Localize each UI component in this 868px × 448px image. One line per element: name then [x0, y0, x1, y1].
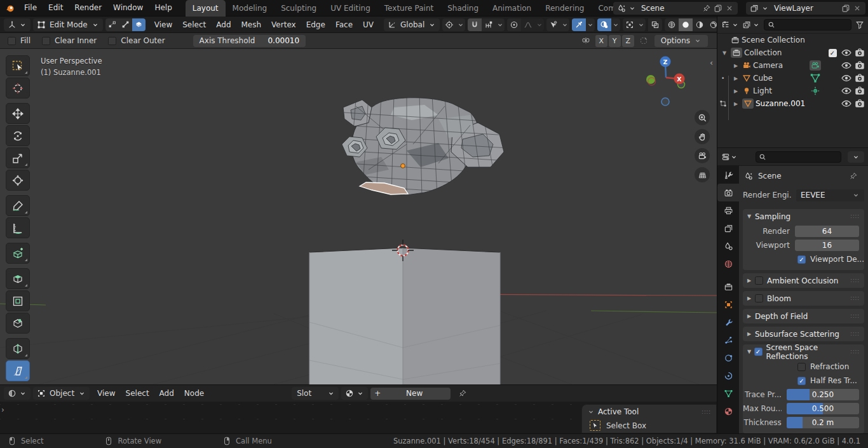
solid-shading-icon[interactable]: [679, 18, 693, 31]
max-rou--slider[interactable]: 0.500: [787, 403, 859, 414]
mode-dropdown[interactable]: Edit Mode: [33, 18, 103, 31]
panel-header-ambient-occlusion[interactable]: ▶ Ambient Occlusion ::::: [743, 273, 864, 288]
proportional-edit-icon[interactable]: [507, 18, 521, 31]
eye-icon[interactable]: [841, 60, 852, 71]
checkbox-unchecked[interactable]: [755, 276, 763, 285]
wireframe-shading-icon[interactable]: [665, 18, 679, 31]
workspace-tab-rendering[interactable]: Rendering: [538, 0, 591, 17]
face-select-icon[interactable]: [132, 18, 146, 31]
chevron-down-icon[interactable]: [752, 21, 760, 29]
eye-icon[interactable]: [841, 73, 852, 83]
scene-selector[interactable]: Scene: [613, 2, 738, 15]
tool-bisect[interactable]: [6, 360, 30, 381]
tool-move[interactable]: [6, 103, 30, 124]
properties-tab-modifiers[interactable]: [717, 313, 739, 331]
ortho-toggle-button[interactable]: [695, 167, 710, 182]
camera-icon[interactable]: [742, 61, 751, 70]
active-tool-row[interactable]: Select Box: [582, 419, 716, 431]
mesh-data-icon[interactable]: [810, 73, 821, 83]
workspace-tab-layout[interactable]: Layout: [186, 0, 226, 17]
menu-render[interactable]: Render: [69, 0, 107, 16]
tool-scale[interactable]: [6, 147, 30, 168]
expand-panel-icon[interactable]: ›: [1, 405, 4, 414]
tool-annotate[interactable]: [6, 195, 30, 216]
panel-grip[interactable]: ::::: [850, 349, 860, 355]
properties-tab-collection[interactable]: [717, 278, 739, 295]
properties-search-input[interactable]: [756, 151, 841, 163]
falloff-icon[interactable]: [521, 18, 535, 31]
camera-visibility-icon[interactable]: [854, 73, 865, 83]
new-material-button[interactable]: + New: [370, 388, 451, 400]
xray-toggle[interactable]: [648, 18, 662, 31]
checkbox-checked[interactable]: ✓: [754, 348, 763, 356]
magnet-icon[interactable]: [468, 18, 482, 31]
sampling-panel-header[interactable]: ▼ Sampling ::::: [743, 209, 864, 224]
filter-funnel-icon[interactable]: [855, 20, 864, 29]
outliner-row-suzanne-001[interactable]: ▶ Suzanne.001: [717, 97, 868, 110]
material-preview-icon[interactable]: [693, 18, 707, 31]
slot-dropdown[interactable]: Slot: [292, 387, 339, 400]
checkbox-checked[interactable]: ✓: [797, 255, 806, 264]
tool-extrude[interactable]: [6, 268, 30, 289]
display-mode-icon[interactable]: [721, 20, 730, 29]
tool-transform[interactable]: [6, 170, 30, 191]
viewport-menu-view[interactable]: View: [149, 20, 177, 29]
properties-tab-tool[interactable]: [717, 166, 739, 184]
halfres-row[interactable]: ✓ Half Res Tr...: [797, 374, 864, 387]
properties-options-button[interactable]: [848, 151, 864, 163]
camera-view-button[interactable]: [695, 148, 710, 163]
workspace-tab-shading[interactable]: Shading: [440, 0, 485, 17]
shader-menu-select[interactable]: Select: [121, 389, 154, 398]
outliner-row-light[interactable]: ▶ Light: [717, 85, 868, 97]
new-viewlayer-icon[interactable]: [841, 4, 850, 13]
edge-select-icon[interactable]: [119, 18, 132, 31]
checkbox-fill[interactable]: Fill: [8, 36, 31, 45]
mirror-axis-y-button[interactable]: Y: [609, 35, 621, 47]
panel-header-bloom[interactable]: ▶ Bloom ::::: [743, 291, 864, 306]
viewport-menu-mesh[interactable]: Mesh: [236, 20, 267, 29]
shader-type-dropdown[interactable]: Object: [33, 387, 90, 400]
light-data-icon[interactable]: [810, 86, 821, 96]
close-icon[interactable]: [853, 4, 862, 13]
overlays-toggle[interactable]: [597, 18, 620, 31]
render-engine-dropdown[interactable]: EEVEE: [796, 189, 864, 201]
disclosure-icon[interactable]: ▼: [720, 50, 729, 56]
tool-loop-cut[interactable]: [6, 338, 30, 359]
snap-dashed-icon[interactable]: [639, 36, 648, 45]
properties-tab-object[interactable]: [717, 295, 739, 313]
properties-tab-viewlayer[interactable]: [717, 219, 739, 237]
pivot-dropdown[interactable]: [442, 18, 465, 31]
camera-visibility-icon[interactable]: [854, 48, 865, 58]
panel-grip[interactable]: ::::: [702, 409, 711, 415]
xray-dropdown[interactable]: [623, 18, 646, 31]
light-icon[interactable]: [742, 86, 751, 95]
breadcrumb-scene[interactable]: Scene: [758, 172, 782, 180]
properties-tab-output[interactable]: [717, 201, 739, 219]
menu-file[interactable]: File: [18, 0, 43, 16]
chevron-down-icon[interactable]: [628, 4, 636, 12]
panel-grip[interactable]: ::::: [850, 331, 860, 337]
gizmos-toggle[interactable]: [572, 18, 595, 31]
sidebar-collapse-icon[interactable]: ‹: [710, 58, 713, 67]
collection-icon[interactable]: [731, 48, 742, 58]
trace-pr--slider[interactable]: 0.250: [787, 389, 859, 400]
workspace-tab-texture-paint[interactable]: Texture Paint: [377, 0, 440, 17]
viewport-denoise-row[interactable]: ✓ Viewport De...: [797, 253, 864, 266]
shader-menu-view[interactable]: View: [92, 389, 120, 398]
menu-window[interactable]: Window: [107, 0, 149, 16]
properties-tab-physics[interactable]: [717, 349, 739, 367]
menu-help[interactable]: Help: [149, 0, 177, 16]
snap-to-icon[interactable]: [482, 18, 496, 31]
properties-tab-world[interactable]: [717, 255, 739, 273]
tool-rotate[interactable]: [6, 125, 30, 146]
outliner-row-camera[interactable]: ▶ Camera: [717, 59, 868, 72]
shader-menu-node[interactable]: Node: [179, 389, 209, 398]
checkbox-clear-outer[interactable]: Clear Outer: [108, 36, 165, 45]
properties-tab-render[interactable]: [717, 184, 739, 201]
outliner-row-collection[interactable]: ▼ Collection ✓: [717, 46, 868, 59]
panel-grip[interactable]: ::::: [850, 214, 860, 219]
chevron-down-icon[interactable]: [730, 153, 738, 161]
axis-threshold-field[interactable]: Axis Threshold 0.00010: [193, 35, 306, 47]
camera-data-icon[interactable]: [810, 60, 821, 71]
properties-tab-scene[interactable]: [717, 237, 739, 255]
